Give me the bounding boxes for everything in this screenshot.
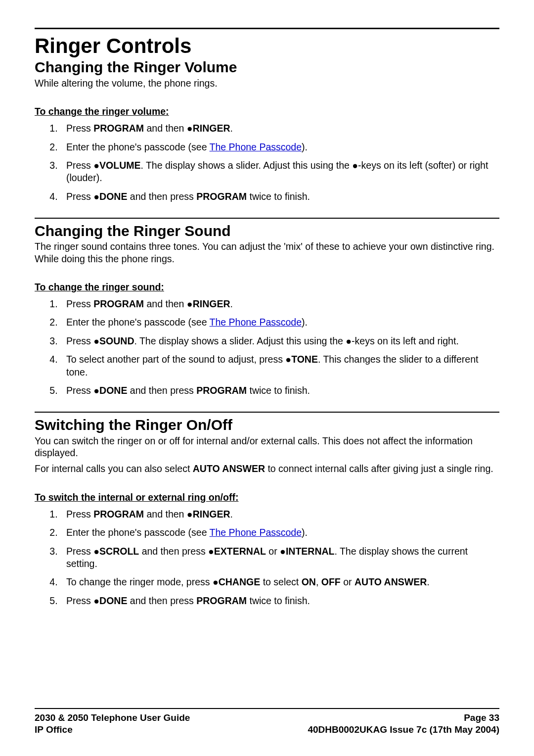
list-item: Press ●DONE and then press PROGRAM twice…	[60, 384, 499, 397]
keyword: VOLUME	[99, 160, 140, 171]
section-heading-volume: Changing the Ringer Volume	[35, 59, 499, 76]
text: twice to finish.	[247, 191, 310, 202]
list-item: Press ●SOUND. The display shows a slider…	[60, 335, 499, 347]
text: and then ●	[144, 509, 193, 520]
keyword: RINGER	[193, 509, 230, 520]
section-intro: For internal calls you can also select A…	[35, 463, 499, 474]
procedure-list: Press PROGRAM and then ●RINGER. Enter th…	[60, 122, 499, 203]
keyword: OFF	[321, 576, 341, 587]
text: Press	[66, 123, 93, 134]
text: ).	[302, 142, 308, 152]
text: and then ●	[144, 123, 193, 134]
text: or	[341, 576, 355, 587]
text: . The display shows a slider. Adjust thi…	[134, 335, 458, 346]
top-rule	[35, 28, 499, 29]
page-footer: 2030 & 2050 Telephone User Guide Page 33…	[35, 708, 499, 736]
text: and then press	[127, 595, 196, 606]
text: .	[427, 576, 429, 587]
list-item: Press PROGRAM and then ●RINGER.	[60, 508, 499, 520]
keyword: EXTERNAL	[214, 546, 266, 557]
footer-rule	[35, 708, 499, 709]
keyword: TONE	[291, 354, 318, 365]
text: Press ●	[66, 191, 99, 202]
footer-product: IP Office	[35, 724, 73, 736]
list-item: To change the ringer mode, press ●CHANGE…	[60, 576, 499, 588]
procedure-list: Press PROGRAM and then ●RINGER. Enter th…	[60, 508, 499, 607]
keyword: RINGER	[193, 298, 230, 309]
document-page: Ringer Controls Changing the Ringer Volu…	[0, 0, 534, 756]
text: and then press	[127, 385, 196, 396]
text: Press ●	[66, 335, 99, 346]
list-item: Press ●DONE and then press PROGRAM twice…	[60, 190, 499, 203]
keyword: INTERNAL	[286, 546, 335, 557]
text: Press ●	[66, 160, 99, 171]
text: Press	[66, 298, 93, 309]
keyword: PROGRAM	[196, 385, 247, 396]
list-item: Press ●VOLUME. The display shows a slide…	[60, 159, 499, 185]
text: .	[230, 509, 232, 520]
keyword: DONE	[99, 595, 127, 606]
section-divider	[35, 412, 499, 413]
text: To select another part of the sound to a…	[66, 354, 291, 365]
section-intro: You can switch the ringer on or off for …	[35, 435, 499, 459]
text: Enter the phone's passcode (see	[66, 142, 210, 152]
text: ).	[302, 527, 308, 538]
list-item: Press ●DONE and then press PROGRAM twice…	[60, 595, 499, 607]
passcode-link[interactable]: The Phone Passcode	[210, 527, 302, 538]
section-heading-onoff: Switching the Ringer On/Off	[35, 417, 499, 434]
keyword: SCROLL	[99, 546, 139, 557]
keyword: PROGRAM	[196, 595, 247, 606]
keyword: SOUND	[99, 335, 134, 346]
text: .	[230, 298, 232, 309]
section-heading-sound: Changing the Ringer Sound	[35, 223, 499, 240]
text: ,	[316, 576, 321, 587]
keyword: RINGER	[193, 123, 230, 134]
procedure-heading: To switch the internal or external ring …	[35, 492, 499, 503]
procedure-heading: To change the ringer volume:	[35, 106, 499, 117]
text: For internal calls you can also select	[35, 463, 193, 474]
text: Press ●	[66, 385, 99, 396]
passcode-link[interactable]: The Phone Passcode	[210, 317, 302, 328]
footer-doc-id: 40DHB0002UKAG Issue 7c (17th May 2004)	[308, 724, 499, 736]
passcode-link[interactable]: The Phone Passcode	[210, 142, 302, 152]
procedure-heading: To change the ringer sound:	[35, 282, 499, 293]
keyword: PROGRAM	[196, 191, 247, 202]
text: and then press ●	[139, 546, 214, 557]
footer-guide-title: 2030 & 2050 Telephone User Guide	[35, 712, 190, 724]
keyword: DONE	[99, 385, 127, 396]
section-intro: While altering the volume, the phone rin…	[35, 77, 499, 89]
keyword: DONE	[99, 191, 127, 202]
keyword: PROGRAM	[93, 509, 144, 520]
list-item: Press ●SCROLL and then press ●EXTERNAL o…	[60, 545, 499, 570]
page-title: Ringer Controls	[35, 34, 499, 58]
text: Press ●	[66, 595, 99, 606]
list-item: Press PROGRAM and then ●RINGER.	[60, 122, 499, 135]
keyword: PROGRAM	[93, 123, 144, 134]
keyword: CHANGE	[219, 576, 261, 587]
text: Enter the phone's passcode (see	[66, 317, 210, 328]
text: and then ●	[144, 298, 193, 309]
text: twice to finish.	[247, 595, 310, 606]
text: Enter the phone's passcode (see	[66, 527, 210, 538]
text: Press	[66, 509, 93, 520]
text: .	[230, 123, 232, 134]
list-item: To select another part of the sound to a…	[60, 353, 499, 378]
text: ).	[302, 317, 308, 328]
keyword: PROGRAM	[93, 298, 144, 309]
text: to select	[260, 576, 301, 587]
section-divider	[35, 218, 499, 219]
text: or ●	[266, 546, 286, 557]
text: Press ●	[66, 546, 99, 557]
keyword: ON	[302, 576, 316, 587]
list-item: Press PROGRAM and then ●RINGER.	[60, 298, 499, 310]
keyword: AUTO ANSWER	[193, 463, 265, 474]
list-item: Enter the phone's passcode (see The Phon…	[60, 141, 499, 153]
footer-page-number: Page 33	[464, 712, 499, 724]
procedure-list: Press PROGRAM and then ●RINGER. Enter th…	[60, 298, 499, 397]
text: and then press	[127, 191, 196, 202]
text: To change the ringer mode, press ●	[66, 576, 219, 587]
list-item: Enter the phone's passcode (see The Phon…	[60, 316, 499, 329]
list-item: Enter the phone's passcode (see The Phon…	[60, 526, 499, 539]
text: twice to finish.	[247, 385, 310, 396]
text: to connect internal calls after giving j…	[265, 463, 493, 474]
